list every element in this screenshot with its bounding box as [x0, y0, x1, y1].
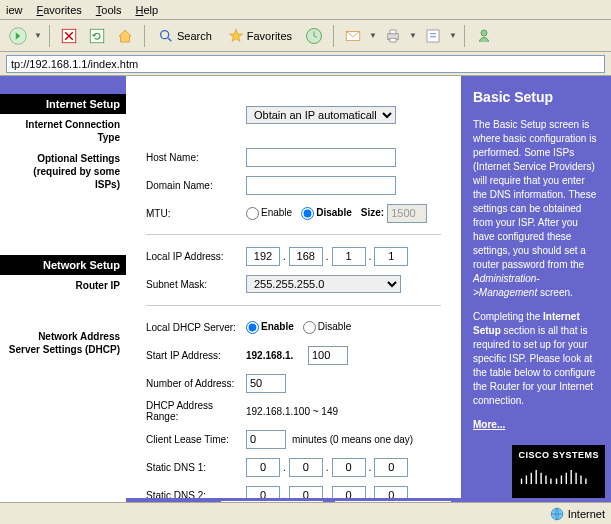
mtu-size-label: Size:	[361, 207, 384, 218]
page-body: Internet Setup Internet Connection Type …	[0, 76, 611, 502]
lease-label: Client Lease Time:	[146, 434, 246, 445]
more-link[interactable]: More...	[473, 419, 505, 430]
dhcp-disable-radio[interactable]: Disable	[303, 321, 351, 332]
subnet-label: Subnet Mask:	[146, 279, 246, 290]
cisco-bridge-icon	[518, 462, 588, 492]
ip-octet-2[interactable]	[289, 247, 323, 266]
edit-dropdown[interactable]: ▼	[449, 31, 457, 40]
menu-view[interactable]: iew	[6, 4, 23, 16]
start-ip-label: Start IP Address:	[146, 350, 246, 361]
svg-rect-8	[390, 38, 396, 42]
dhcp-enable-radio[interactable]: Enable	[246, 321, 294, 332]
mtu-enable-radio[interactable]: Enable	[246, 207, 292, 218]
dns1-4[interactable]	[374, 458, 408, 477]
sidebar-item-router-ip: Router IP	[0, 275, 126, 296]
mail-dropdown[interactable]: ▼	[369, 31, 377, 40]
sidebar: Internet Setup Internet Connection Type …	[0, 76, 126, 502]
ip-octet-3[interactable]	[332, 247, 366, 266]
connection-type-select[interactable]: Obtain an IP automatically	[246, 106, 396, 124]
menu-tools[interactable]: Tools	[96, 4, 122, 16]
range-value: 192.168.1.100 ~ 149	[246, 406, 338, 417]
stop-button[interactable]	[57, 24, 81, 48]
start-ip-prefix: 192.168.1.	[246, 350, 293, 361]
messenger-button[interactable]	[472, 24, 496, 48]
local-ip-label: Local IP Address:	[146, 251, 246, 262]
mtu-size-input	[387, 204, 427, 223]
sidebar-header-network: Network Setup	[0, 255, 126, 275]
print-button[interactable]	[381, 24, 405, 48]
subnet-select[interactable]: 255.255.255.0	[246, 275, 401, 293]
dns1-1[interactable]	[246, 458, 280, 477]
sidebar-item-connection-type: Internet Connection Type	[0, 114, 126, 148]
edit-button[interactable]	[421, 24, 445, 48]
refresh-button[interactable]	[85, 24, 109, 48]
num-addr-label: Number of Address:	[146, 378, 246, 389]
svg-rect-7	[390, 30, 396, 34]
ip-octet-4[interactable]	[374, 247, 408, 266]
dns1-3[interactable]	[332, 458, 366, 477]
forward-dropdown[interactable]: ▼	[34, 31, 42, 40]
globe-icon	[550, 507, 564, 521]
dhcp-server-label: Local DHCP Server:	[146, 322, 246, 333]
svg-rect-2	[90, 29, 104, 43]
mail-button[interactable]	[341, 24, 365, 48]
help-panel: Basic Setup The Basic Setup screen is wh…	[461, 76, 611, 502]
history-button[interactable]	[302, 24, 326, 48]
svg-point-10	[481, 30, 487, 36]
sidebar-item-dhcp: Network AddressServer Settings (DHCP)	[0, 326, 126, 360]
svg-rect-9	[427, 30, 439, 42]
forward-button[interactable]	[6, 24, 30, 48]
url-input[interactable]	[6, 55, 605, 73]
browser-toolbar: ▼ Search Favorites ▼ ▼ ▼	[0, 20, 611, 52]
dns1-label: Static DNS 1:	[146, 462, 246, 473]
status-text: Internet	[568, 508, 605, 520]
form-content: Obtain an IP automatically Host Name: Do…	[126, 76, 461, 502]
home-button[interactable]	[113, 24, 137, 48]
mtu-label: MTU:	[146, 208, 246, 219]
host-name-input[interactable]	[246, 148, 396, 167]
host-name-label: Host Name:	[146, 152, 246, 163]
sidebar-header-internet: Internet Setup	[0, 94, 126, 114]
lease-input[interactable]	[246, 430, 286, 449]
cisco-logo: CISCO SYSTEMS	[512, 445, 605, 500]
menu-bar: iew Favorites Tools Help	[0, 0, 611, 20]
menu-help[interactable]: Help	[135, 4, 158, 16]
domain-name-label: Domain Name:	[146, 180, 246, 191]
ip-octet-1[interactable]	[246, 247, 280, 266]
range-label: DHCP Address Range:	[146, 400, 246, 422]
address-bar	[0, 52, 611, 76]
browser-status-bar: Internet	[0, 502, 611, 524]
help-title: Basic Setup	[473, 88, 599, 108]
svg-point-3	[161, 30, 169, 38]
search-button[interactable]: Search	[152, 24, 218, 48]
start-ip-input[interactable]	[308, 346, 348, 365]
menu-favorites[interactable]: Favorites	[37, 4, 82, 16]
mtu-disable-radio[interactable]: Disable	[301, 207, 352, 218]
print-dropdown[interactable]: ▼	[409, 31, 417, 40]
help-para-1: The Basic Setup screen is where basic co…	[473, 118, 599, 300]
domain-name-input[interactable]	[246, 176, 396, 195]
sidebar-item-optional: Optional Settings(required by some ISPs)	[0, 148, 126, 195]
num-addr-input[interactable]	[246, 374, 286, 393]
help-para-2: Completing the Internet Setup section is…	[473, 310, 599, 408]
favorites-button[interactable]: Favorites	[222, 24, 298, 48]
lease-suffix: minutes (0 means one day)	[292, 434, 413, 445]
dns1-2[interactable]	[289, 458, 323, 477]
